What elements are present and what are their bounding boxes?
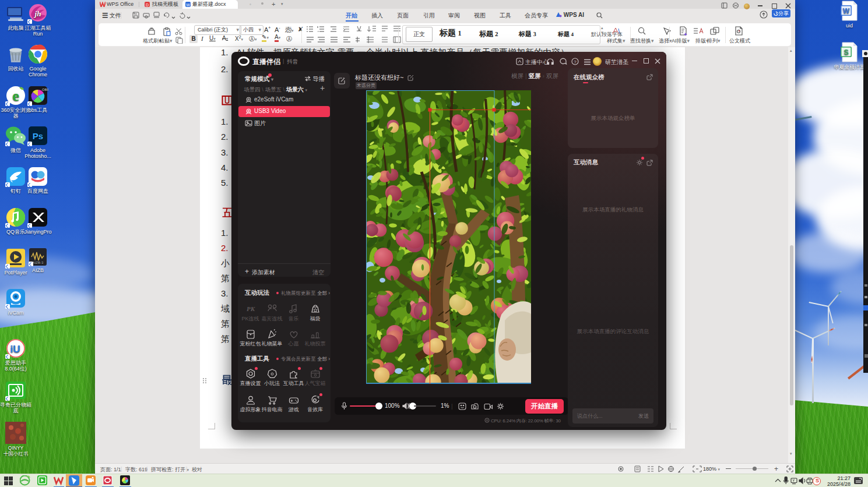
svg-text:?: ?	[574, 59, 577, 65]
svg-text:OBS: OBS	[42, 88, 48, 91]
svg-text:W: W	[843, 7, 850, 15]
svg-text:S: S	[844, 48, 848, 57]
svg-text:jh: jh	[34, 9, 41, 18]
svg-text:e: e	[12, 87, 19, 104]
svg-text:W: W	[186, 3, 190, 7]
svg-text:D: D	[146, 3, 149, 7]
svg-text:Ps: Ps	[33, 131, 43, 141]
svg-text:PK: PK	[246, 305, 255, 312]
svg-text:iU: iU	[10, 344, 20, 355]
svg-text:AIZB-3: AIZB-3	[33, 261, 44, 264]
